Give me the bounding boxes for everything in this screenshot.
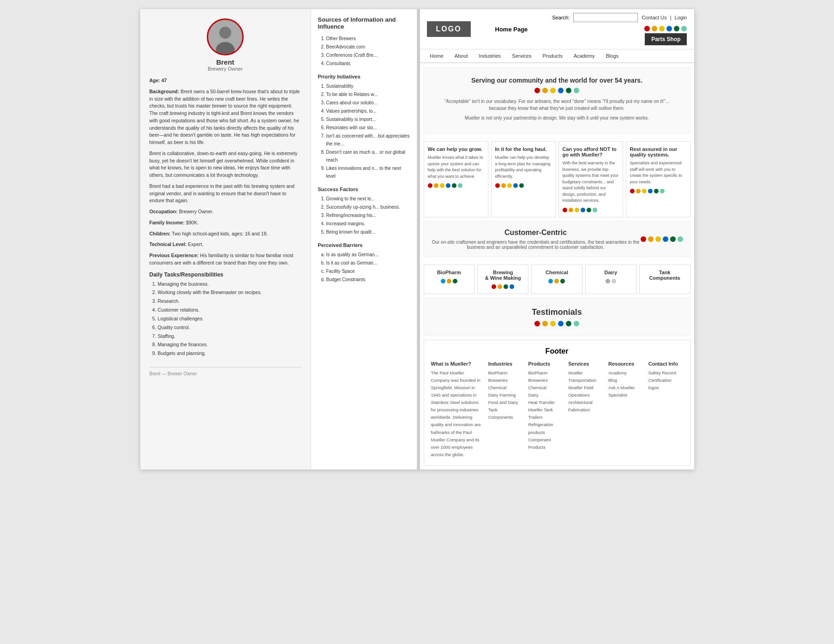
list-item: Being known for qualit... — [326, 228, 410, 236]
list-item: Working closely with the Brewmaster on r… — [158, 289, 301, 297]
footer-what-is: What is Mueller? The Paul Mueller Compan… — [431, 361, 483, 459]
nav-blogs[interactable]: Blogs — [600, 49, 624, 62]
dot — [452, 183, 456, 188]
dot-teal — [574, 88, 579, 93]
testimonials-section: Testimonials — [424, 298, 690, 336]
nav-academy[interactable]: Academy — [568, 49, 600, 62]
occupation-label: Occupation: — [150, 209, 178, 214]
dot-blue — [558, 321, 564, 326]
list-item: Fabrication — [568, 406, 603, 414]
list-item: Customer relations. — [158, 306, 301, 314]
list-item: Budgets and planning. — [158, 349, 301, 358]
dot — [636, 189, 641, 193]
industry-biopharm[interactable]: BioPharm — [424, 265, 475, 294]
customer-centric-title: Customer-Centric — [431, 229, 641, 237]
persona-role: Brewery Owner — [208, 66, 243, 72]
card-dots — [495, 183, 552, 188]
dot — [660, 189, 665, 193]
list-item: Consultants — [326, 60, 410, 67]
footer-contact-list: Safety Record Certification logos — [648, 369, 683, 391]
search-input[interactable] — [573, 13, 638, 22]
industry-brewing[interactable]: Brewing& Wine Making — [477, 265, 528, 294]
dot — [612, 279, 616, 283]
dot — [446, 183, 450, 188]
industry-name: Brewing& Wine Making — [481, 270, 524, 281]
industry-chemical[interactable]: Chemical — [531, 265, 582, 294]
value-card-grow: We can help you grow. Mueller knows what… — [424, 141, 488, 217]
value-card-title: In it for the long haul. — [495, 146, 552, 152]
list-item: Likes innovations and n... to the next l… — [326, 164, 410, 180]
persona-panel: Brent Brewery Owner Age: 47 Background: … — [140, 9, 311, 469]
login-link[interactable]: Login — [675, 15, 687, 20]
dot — [428, 183, 432, 188]
dot-red — [644, 26, 650, 31]
list-item: Architectural — [568, 399, 603, 406]
list-item: Component Products — [528, 436, 563, 451]
dot — [560, 279, 565, 283]
footer-services-list: Mueller Transportation Mueller Field Ope… — [568, 369, 603, 414]
persona-prev-exp: Previous Experience: His familiarity is … — [150, 252, 301, 267]
income-value: $90K. — [186, 220, 198, 225]
hero-tagline: Serving our community and the world for … — [433, 77, 681, 84]
dot-yellow — [550, 88, 556, 93]
hero-quote1: "Acceptable" isn't in our vocabulary. Fo… — [442, 98, 672, 112]
parts-shop-button[interactable]: Parts Shop — [645, 33, 687, 45]
technical-label: Technical Level: — [150, 241, 187, 247]
hero-dots — [433, 88, 681, 93]
value-card-title: Rest assured in our quality systems. — [630, 146, 686, 157]
nav-about[interactable]: About — [449, 49, 474, 62]
site-hero: Serving our community and the world for … — [424, 67, 690, 134]
value-card-text: Mueller knows what it takes to upsize yo… — [428, 155, 484, 180]
footer-industries-title: Industries — [488, 361, 523, 367]
list-item: Research. — [158, 297, 301, 306]
list-item: Operations — [568, 391, 603, 399]
industry-dairy[interactable]: Dairy — [585, 265, 636, 294]
dot — [501, 183, 506, 188]
customer-centric-section: Customer-Centric Our on-site craftsmen a… — [424, 221, 690, 257]
footer-industries-list: BioPharm Breweries Chemical Dairy Farmin… — [488, 369, 523, 421]
nav-services[interactable]: Services — [506, 49, 537, 62]
list-item: Facility Space — [326, 267, 410, 275]
footer-products-list: BioPharm Breweries Chemical Dairy Heat T… — [528, 369, 563, 451]
card-dots — [481, 284, 524, 289]
dot — [440, 183, 444, 188]
list-item: Is as quality as German... — [326, 251, 410, 259]
link-divider: | — [670, 15, 673, 20]
dot — [548, 279, 553, 283]
dot — [554, 279, 559, 283]
nav-products[interactable]: Products — [537, 49, 568, 62]
dot — [510, 284, 514, 289]
list-item: Conferences (Craft Bre... — [326, 51, 410, 59]
footer-resources: Resources Academy Blog Ask A Mueller Spe… — [608, 361, 643, 459]
list-item: Resonates with our sto... — [326, 124, 410, 132]
dot — [587, 208, 591, 212]
persona-background: Background: Brent owns a 50-barrel brew-… — [150, 88, 301, 146]
nav-industries[interactable]: Industries — [474, 49, 507, 62]
list-item: Mueller Transportation — [568, 369, 603, 384]
industry-tank-components[interactable]: Tank Components — [639, 265, 690, 294]
priority-title: Priority Initiatives — [318, 74, 410, 79]
dot-green — [566, 88, 571, 93]
list-item: Tank Components — [488, 406, 523, 421]
footer-contact-title: Contact Info — [648, 361, 683, 367]
site-nav: Home About Industries Services Products … — [420, 49, 694, 63]
value-card-text: Specialists and experienced staff will w… — [630, 160, 686, 185]
contact-us-link[interactable]: Contact Us — [642, 15, 666, 20]
dot-orange — [542, 321, 548, 326]
nav-home[interactable]: Home — [425, 49, 449, 62]
search-row: Search: Contact Us | Login — [552, 13, 687, 22]
persona-income: Family Income: $90K. — [150, 219, 301, 227]
dot-red — [641, 236, 646, 242]
footer-products: Products BioPharm Breweries Chemical Dai… — [528, 361, 563, 459]
dot — [575, 208, 579, 212]
card-dots — [563, 208, 619, 212]
list-item: Sustainability is import... — [326, 115, 410, 123]
background-label: Background: — [150, 89, 180, 94]
industry-name: BioPharm — [428, 270, 471, 275]
value-card-longhaul: In it for the long haul. Mueller can hel… — [491, 141, 556, 217]
dot — [519, 183, 524, 188]
dot-teal — [681, 26, 687, 31]
list-item: Increased margins. — [326, 220, 410, 228]
sources-title: Sources of Information and Influence — [318, 16, 410, 30]
prev-exp-label: Previous Experience: — [150, 253, 199, 258]
